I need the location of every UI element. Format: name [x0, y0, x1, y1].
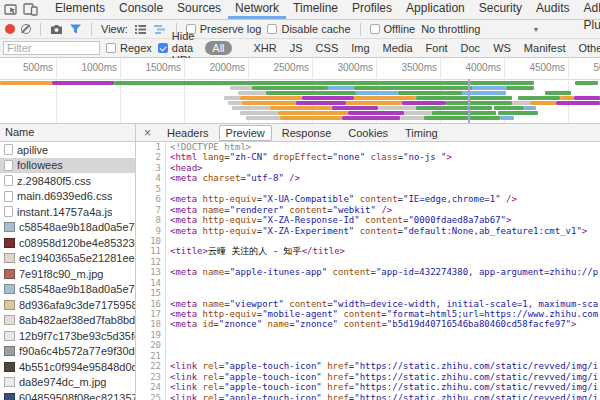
filter-type-css[interactable]: CSS	[316, 42, 339, 54]
table-row[interactable]: 604859508f08ec8213572f0e7	[0, 390, 135, 400]
table-row[interactable]: c58548ae9b18ad0a5e79fe4e...	[0, 220, 135, 236]
regex-checkbox[interactable]: Regex	[106, 42, 152, 54]
detail-tab-timing[interactable]: Timing	[398, 125, 445, 141]
table-row[interactable]: c58548ae9b18ad0a5e79fe4e...	[0, 282, 135, 298]
chevron-down-icon: ▼	[532, 26, 539, 33]
panel-tabs: ElementsConsoleSourcesNetworkTimelinePro…	[48, 0, 600, 19]
detail-tab-preview[interactable]: Preview	[219, 125, 272, 141]
code-line	[170, 257, 600, 267]
checkbox-icon[interactable]	[267, 24, 277, 34]
device-toolbar-icon[interactable]	[23, 3, 38, 16]
detail-tabs: HeadersPreviewResponseCookiesTiming	[160, 125, 445, 141]
code-line: <meta id="znonce" name="znonce" content=…	[170, 319, 600, 329]
waterfall-bar	[328, 86, 354, 90]
table-row[interactable]: da8e974dc_m.jpg	[0, 375, 135, 391]
table-row[interactable]: c08958d120be4e853230649...	[0, 235, 135, 251]
checkbox-icon[interactable]	[158, 43, 168, 53]
tab-application[interactable]: Application	[399, 0, 472, 19]
code-line	[170, 330, 600, 340]
image-thumbnail-icon	[4, 238, 15, 248]
waterfall-bar	[114, 81, 534, 85]
tab-audits[interactable]: Audits	[529, 0, 576, 19]
table-row[interactable]: f90a6c4b572a77e9f30de153...	[0, 344, 135, 360]
document-icon	[4, 191, 13, 202]
tab-network[interactable]: Network	[228, 0, 286, 19]
table-row[interactable]: 4b551c0f994e95848d0dda09...	[0, 359, 135, 375]
waterfall-bar	[398, 91, 470, 95]
filter-type-manifest[interactable]: Manifest	[524, 42, 566, 54]
requests-name-column-header[interactable]: Name	[0, 124, 135, 142]
filter-type-other[interactable]: Other	[578, 42, 600, 54]
waterfall-bar	[402, 101, 446, 105]
code-line	[170, 340, 600, 350]
code-line: <link rel="apple-touch-icon" href="https…	[170, 393, 600, 400]
waterfall-bar	[0, 81, 52, 85]
waterfall-bar	[498, 111, 538, 115]
toolbar-divider	[40, 23, 41, 36]
clear-icon[interactable]	[21, 24, 31, 34]
table-row[interactable]: main.d6939ed6.css	[0, 189, 135, 205]
waterfall-bar	[342, 116, 400, 120]
waterfall-bar	[238, 91, 266, 95]
table-row[interactable]: ec1940365a5e21281ee71856...	[0, 251, 135, 267]
waterfall-bar	[416, 106, 492, 110]
detail-tab-response[interactable]: Response	[275, 125, 339, 141]
timeline-tick-label: 1500ms	[145, 62, 184, 73]
table-row[interactable]: 7e91f8c90_m.jpg	[0, 266, 135, 282]
filter-icon[interactable]	[69, 23, 82, 35]
request-name: 8ab482aef38ed7fab8bd4314...	[19, 314, 135, 326]
filter-type-js[interactable]: JS	[290, 42, 303, 54]
timeline-tick-label: 2500ms	[273, 62, 312, 73]
view-label: View:	[101, 23, 128, 35]
filter-type-doc[interactable]: Doc	[461, 42, 481, 54]
code-line: <meta name="viewport" content="width=dev…	[170, 299, 600, 309]
waterfall-bar	[230, 86, 252, 90]
table-row[interactable]: 8d936afa9c3de7175958fae5...	[0, 297, 135, 313]
request-name: instant.14757a4a.js	[17, 206, 112, 218]
tab-adblock-plus[interactable]: Adblock Plus	[576, 0, 600, 19]
detail-tab-headers[interactable]: Headers	[160, 125, 216, 141]
capture-screenshots-icon[interactable]	[50, 24, 63, 35]
tab-profiles[interactable]: Profiles	[345, 0, 399, 19]
timeline-tick-label: 4000ms	[465, 62, 504, 73]
tab-security[interactable]: Security	[472, 0, 529, 19]
table-row[interactable]: instant.14757a4a.js	[0, 204, 135, 220]
disable-cache-checkbox[interactable]: Disable cache	[267, 23, 350, 35]
table-row[interactable]: 12b9f7c173be93c5d35fea2d...	[0, 328, 135, 344]
line-number: 24	[136, 382, 161, 392]
record-button[interactable]	[5, 24, 15, 34]
request-detail-panel: × HeadersPreviewResponseCookiesTiming 12…	[136, 124, 600, 400]
tab-elements[interactable]: Elements	[48, 0, 112, 19]
checkbox-icon[interactable]	[106, 43, 116, 53]
timeline-gridline	[120, 58, 121, 123]
waterfall-bar	[270, 106, 332, 110]
checkbox-icon[interactable]	[370, 24, 380, 34]
table-row[interactable]: 8ab482aef38ed7fab8bd4314...	[0, 313, 135, 329]
inspect-element-icon[interactable]	[4, 3, 18, 16]
tab-timeline[interactable]: Timeline	[286, 0, 345, 19]
request-name: da8e974dc_m.jpg	[19, 376, 106, 388]
filter-type-ws[interactable]: WS	[493, 42, 511, 54]
filter-pill-all[interactable]: All	[205, 41, 231, 55]
tab-sources[interactable]: Sources	[170, 0, 228, 19]
detail-tab-cookies[interactable]: Cookies	[341, 125, 395, 141]
table-row[interactable]: apilive	[0, 142, 135, 158]
filter-type-media[interactable]: Media	[383, 42, 413, 54]
filter-type-xhr[interactable]: XHR	[254, 42, 277, 54]
view-list-icon[interactable]	[134, 24, 147, 35]
offline-checkbox[interactable]: Offline	[370, 23, 416, 35]
filter-type-font[interactable]: Font	[426, 42, 448, 54]
preview-code-viewer[interactable]: 1234567891011121314151617181920212223242…	[136, 142, 600, 400]
filter-type-img[interactable]: Img	[351, 42, 369, 54]
line-number: 23	[136, 372, 161, 382]
network-toolbar: View: Preserve log Disable cache Offline…	[0, 20, 600, 39]
code-line: <meta name="renderer" content="webkit" /…	[170, 205, 600, 215]
table-row[interactable]: z.298480f5.css	[0, 173, 135, 189]
tab-console[interactable]: Console	[112, 0, 170, 19]
timeline-overview[interactable]: 500ms1000ms1500ms2000ms2500ms3000ms3500m…	[0, 58, 600, 124]
close-icon[interactable]: ×	[138, 126, 157, 140]
line-number: 10	[136, 236, 161, 246]
table-row[interactable]: followees	[0, 158, 135, 174]
throttling-select[interactable]: No throttling ▼	[421, 23, 539, 35]
filter-input[interactable]	[3, 41, 100, 55]
